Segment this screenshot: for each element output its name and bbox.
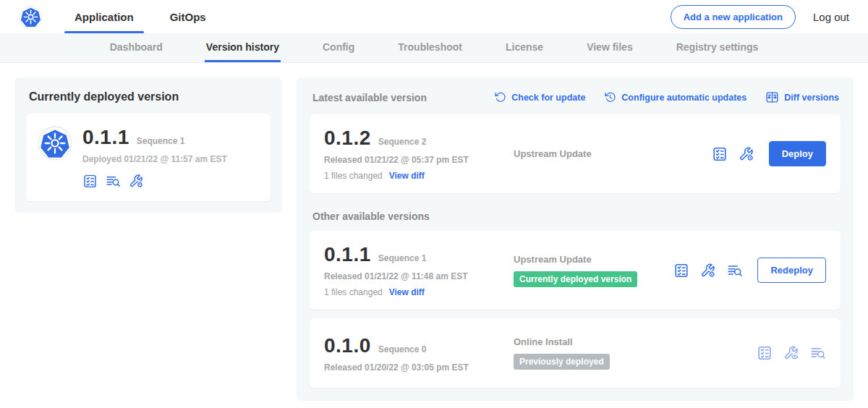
version-source: Upstream Update Currently deployed versi… [514,254,673,287]
check-for-update-link[interactable]: Check for update [494,91,585,103]
sequence-label: Sequence 2 [378,137,427,147]
source-label: Upstream Update [514,254,666,265]
edit-config-icon[interactable] [129,174,144,189]
subtab-troubleshoot[interactable]: Troubleshoot [396,33,464,62]
subtab-view-files[interactable]: View files [585,33,634,62]
tab-application[interactable]: Application [64,0,144,33]
version-source: Upstream Update [514,148,712,159]
source-label: Upstream Update [514,148,705,159]
diff-versions-label: Diff versions [784,93,839,103]
refresh-icon [494,91,506,103]
released-timestamp: Released 01/20/22 @ 03:05 pm EST [324,362,514,373]
files-changed-label: 1 files changed [324,287,383,297]
kubernetes-app-icon [38,126,72,161]
deploy-button[interactable]: Deploy [769,141,826,166]
release-notes-icon[interactable] [712,146,728,162]
edit-config-icon[interactable] [700,263,716,279]
version-card-0-1-1: 0.1.1 Sequence 1 Released 01/21/22 @ 11:… [310,231,841,310]
view-logs-icon[interactable] [810,345,826,361]
version-actions [757,345,826,361]
view-config-icon[interactable] [783,345,799,361]
version-actions: Redeploy [673,258,826,283]
sequence-label: Sequence 0 [378,344,427,354]
schedule-icon [604,91,616,103]
logout-link[interactable]: Log out [813,11,849,23]
subtab-dashboard[interactable]: Dashboard [109,33,164,62]
view-logs-icon[interactable] [727,263,743,279]
version-source: Online Install Previously deployed [514,336,757,370]
version-number: 0.1.2 [324,127,371,150]
released-timestamp: Released 01/21/22 @ 11:48 am EST [324,271,514,281]
tab-application-label: Application [75,11,134,23]
main-content: Currently deployed version 0.1.1 Sequenc… [0,63,868,408]
configure-updates-link[interactable]: Configure automatic updates [604,91,746,103]
diff-versions-link[interactable]: Diff versions [765,90,839,104]
view-diff-link[interactable]: View diff [389,171,425,181]
view-logs-icon[interactable] [106,174,121,189]
subtab-license[interactable]: License [504,33,545,62]
latest-available-title: Latest available version [312,92,427,103]
previously-deployed-badge: Previously deployed [514,354,610,370]
top-nav: Application GitOps Add a new application… [0,0,868,33]
top-nav-right: Add a new application Log out [671,5,849,29]
add-application-button[interactable]: Add a new application [671,5,796,29]
currently-deployed-panel: Currently deployed version 0.1.1 Sequenc… [14,77,282,213]
deployed-version-number: 0.1.1 [82,126,129,149]
version-card-0-1-0: 0.1.0 Sequence 0 Released 01/20/22 @ 03:… [310,318,841,388]
release-notes-icon[interactable] [673,263,689,279]
subtab-config[interactable]: Config [321,33,356,62]
version-info: 0.1.2 Sequence 2 Released 01/21/22 @ 05:… [324,127,514,181]
files-changed-label: 1 files changed [324,171,383,181]
kubernetes-logo-icon[interactable] [19,5,43,29]
sequence-label: Sequence 1 [378,253,427,263]
deployed-timestamp: Deployed 01/21/22 @ 11:57 am EST [82,154,227,164]
check-for-update-label: Check for update [511,93,585,103]
deployed-version-card: 0.1.1 Sequence 1 Deployed 01/21/22 @ 11:… [26,114,271,201]
tab-gitops-label: GitOps [170,11,206,23]
view-diff-link[interactable]: View diff [389,287,425,297]
available-versions-panel: Latest available version Check for updat… [297,77,854,401]
available-versions-header: Latest available version Check for updat… [312,90,839,104]
app-sub-nav: Dashboard Version history Config Trouble… [0,33,868,63]
deployed-sequence-label: Sequence 1 [137,136,185,146]
release-notes-icon[interactable] [757,345,773,361]
version-info: 0.1.1 Sequence 1 Released 01/21/22 @ 11:… [324,243,514,297]
diff-icon [765,90,779,104]
edit-config-icon[interactable] [739,146,754,162]
available-actions: Check for update Configure automatic upd… [494,90,839,104]
redeploy-button[interactable]: Redeploy [757,258,826,283]
version-number: 0.1.1 [324,243,371,266]
version-number: 0.1.0 [324,334,371,357]
currently-deployed-badge: Currently deployed version [514,271,637,287]
source-label: Online Install [514,336,749,347]
subtab-version-history[interactable]: Version history [205,33,281,62]
configure-updates-label: Configure automatic updates [621,93,746,103]
release-notes-icon[interactable] [82,174,98,189]
version-actions: Deploy [712,141,826,166]
version-card-0-1-2: 0.1.2 Sequence 2 Released 01/21/22 @ 05:… [310,114,841,193]
other-versions-title: Other available versions [312,211,839,222]
subtab-registry-settings[interactable]: Registry settings [675,33,760,62]
currently-deployed-title: Currently deployed version [29,90,269,103]
deployed-version-info: 0.1.1 Sequence 1 Deployed 01/21/22 @ 11:… [82,126,227,189]
tab-gitops[interactable]: GitOps [160,0,216,33]
version-info: 0.1.0 Sequence 0 Released 01/20/22 @ 03:… [324,334,514,373]
released-timestamp: Released 01/21/22 @ 05:37 pm EST [324,155,514,165]
